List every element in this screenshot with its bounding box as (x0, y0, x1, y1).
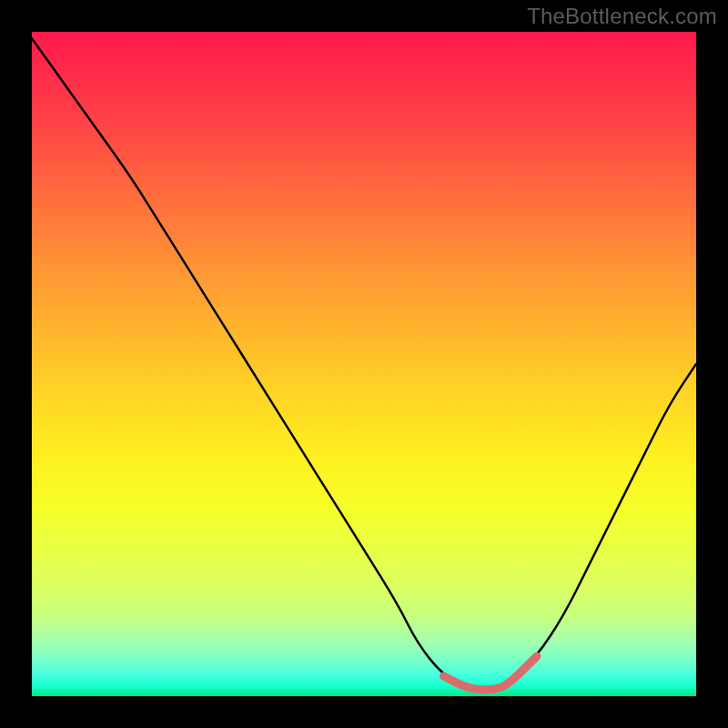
bottleneck-curve-accent (444, 656, 537, 690)
plot-area (32, 32, 696, 696)
curve-layer (32, 32, 696, 696)
attribution-text: TheBottleneck.com (527, 4, 717, 29)
bottleneck-curve-main (32, 38, 696, 689)
chart-frame: TheBottleneck.com (0, 0, 728, 728)
